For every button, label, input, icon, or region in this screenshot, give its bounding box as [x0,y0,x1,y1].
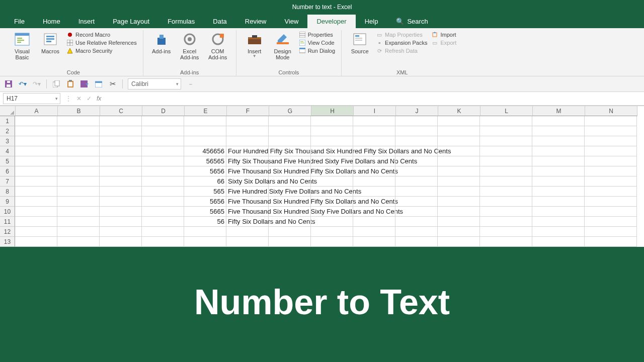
cell-B8[interactable] [57,187,100,197]
cell-I2[interactable] [353,126,395,136]
cell-H10[interactable] [311,207,353,217]
cell-G9[interactable] [269,197,311,207]
cell-H12[interactable] [311,227,353,237]
cell-G4[interactable] [269,146,311,156]
cell-D6[interactable] [142,166,184,176]
cell-H4[interactable] [311,146,353,156]
cell-M12[interactable] [532,227,585,237]
enter-icon[interactable]: ✓ [87,95,92,102]
excel-addins-button[interactable]: Excel Add-ins [176,30,204,61]
cell-D13[interactable] [142,237,184,247]
col-header-F[interactable]: F [227,106,269,116]
cell-I5[interactable] [353,156,395,166]
tab-view[interactable]: View [275,15,307,28]
cell-D2[interactable] [142,126,184,136]
cell-L3[interactable] [480,136,532,146]
cell-M13[interactable] [532,237,585,247]
cell-B9[interactable] [57,197,100,207]
cell-M7[interactable] [532,176,585,187]
undo-button[interactable]: ↶▾ [18,79,27,88]
cell-G5[interactable] [269,156,311,166]
cell-H6[interactable] [311,166,353,176]
visual-basic-button[interactable]: Visual Basic [8,30,36,61]
cell-L2[interactable] [480,126,532,136]
cell-I13[interactable] [353,237,395,247]
cell-A3[interactable] [15,136,57,146]
tab-insert[interactable]: Insert [69,15,104,28]
cell-J13[interactable] [395,237,438,247]
addins-button[interactable]: Add-ins [147,30,176,55]
cell-B2[interactable] [57,126,100,136]
cell-B13[interactable] [57,237,100,247]
cell-L1[interactable] [480,116,532,126]
cell-F1[interactable] [226,116,269,126]
cell-C5[interactable] [100,156,142,166]
formula-input[interactable] [106,94,644,104]
cell-E6[interactable]: 5656 [184,166,226,176]
cell-D4[interactable] [142,146,184,156]
copy-button[interactable] [52,79,61,88]
cell-J8[interactable] [395,187,438,197]
design-mode-button[interactable]: Design Mode [269,30,297,61]
cell-I9[interactable] [353,197,395,207]
import-button[interactable]: Import [431,31,456,38]
cell-K5[interactable] [438,156,480,166]
col-header-A[interactable]: A [16,106,58,116]
cell-A13[interactable] [15,237,57,247]
cell-N3[interactable] [585,136,637,146]
cell-N4[interactable] [585,146,637,156]
cell-M8[interactable] [532,187,585,197]
cell-K1[interactable] [438,116,480,126]
cell-G7[interactable] [269,176,311,187]
cell-K8[interactable] [438,187,480,197]
cell-D1[interactable] [142,116,184,126]
cell-A1[interactable] [15,116,57,126]
cell-M6[interactable] [532,166,585,176]
cell-F12[interactable] [226,227,269,237]
cell-I7[interactable] [353,176,395,187]
col-header-B[interactable]: B [58,106,100,116]
com-addins-button[interactable]: COM Add-ins [204,30,232,61]
cell-N1[interactable] [585,116,637,126]
cell-J11[interactable] [395,217,438,227]
cell-F11[interactable]: Fifty Six Dollars and No Cents [226,217,269,227]
cell-F4[interactable]: Four Hundred Fifty Six Thousand Six Hund… [226,146,269,156]
cell-J5[interactable] [395,156,438,166]
cell-M1[interactable] [532,116,585,126]
cell-H5[interactable] [311,156,353,166]
cell-A12[interactable] [15,227,57,237]
row-header-10[interactable]: 10 [0,207,15,217]
cell-D3[interactable] [142,136,184,146]
fx-icon[interactable]: fx [97,95,101,102]
cell-N9[interactable] [585,197,637,207]
cell-H11[interactable] [311,217,353,227]
col-header-D[interactable]: D [142,106,185,116]
cell-J4[interactable] [395,146,438,156]
cell-E10[interactable]: 5665 [184,207,226,217]
cell-F8[interactable]: Five Hundred Sixty Five Dollars and No C… [226,187,269,197]
cell-N12[interactable] [585,227,637,237]
cell-K12[interactable] [438,227,480,237]
cell-B12[interactable] [57,227,100,237]
cell-D5[interactable] [142,156,184,166]
cell-I10[interactable] [353,207,395,217]
cell-F13[interactable] [226,237,269,247]
cell-G1[interactable] [269,116,311,126]
cell-G2[interactable] [269,126,311,136]
cell-C6[interactable] [100,166,142,176]
row-header-8[interactable]: 8 [0,187,15,197]
cell-L5[interactable] [480,156,532,166]
cell-E3[interactable] [184,136,226,146]
cell-N5[interactable] [585,156,637,166]
cell-J6[interactable] [395,166,438,176]
cell-I4[interactable] [353,146,395,156]
cell-A4[interactable] [15,146,57,156]
row-header-9[interactable]: 9 [0,197,15,207]
cell-M5[interactable] [532,156,585,166]
cell-F9[interactable]: Five Thousand Six Hundred Fifty Six Doll… [226,197,269,207]
cell-C2[interactable] [100,126,142,136]
cell-K2[interactable] [438,126,480,136]
cell-H8[interactable] [311,187,353,197]
spreadsheet-grid[interactable]: ABCDEFGHIJKLMN 1234456656Four Hundred Fi… [0,106,644,247]
cell-D9[interactable] [142,197,184,207]
